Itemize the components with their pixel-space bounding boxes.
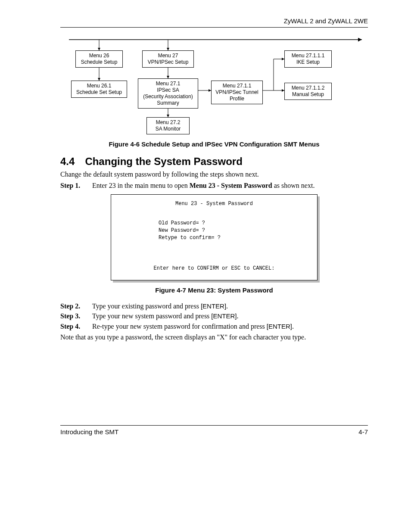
menu-flow-diagram: Menu 26 Schedule Setup Menu 26.1 Schedul… xyxy=(60,35,368,134)
footer-page-number: 4-7 xyxy=(358,428,368,436)
password-note: Note that as you type a password, the sc… xyxy=(60,333,368,342)
page-header-product: ZyWALL 2 and ZyWALL 2WE xyxy=(60,17,368,25)
terminal-screenshot: Menu 23 - System Password Old Password= … xyxy=(111,194,318,280)
box-menu-26-1: Menu 26.1 Schedule Set Setup xyxy=(71,81,127,98)
box-menu-27-1-1-2: Menu 27.1.1.2 Manual Setup xyxy=(284,83,332,100)
step-tail: . xyxy=(237,312,239,320)
box-line: Menu 26 xyxy=(78,53,120,59)
step-tail: . xyxy=(226,302,228,310)
key-enter: [ENTER] xyxy=(201,302,226,310)
box-line: Menu 26.1 xyxy=(74,83,124,89)
box-menu-27-1-1-1: Menu 27.1.1.1 IKE Setup xyxy=(284,50,332,68)
box-line: IKE Setup xyxy=(287,59,329,65)
step-label: Step 2. xyxy=(60,302,90,311)
step-text: Type your existing password and press xyxy=(92,302,201,310)
section-number: 4.4 xyxy=(60,156,75,167)
section-intro: Change the default system password by fo… xyxy=(60,170,368,179)
step-label: Step 3. xyxy=(60,311,90,321)
section-heading: 4.4Changing the System Password xyxy=(60,156,368,168)
box-line: Menu 27 xyxy=(145,53,191,59)
box-menu-26: Menu 26 Schedule Setup xyxy=(75,50,123,68)
box-line: VPN/IPSec Tunnel xyxy=(214,89,260,96)
terminal-retype: Retype to confirm= ? xyxy=(159,234,308,242)
terminal-confirm-line: Enter here to CONFIRM or ESC to CANCEL: xyxy=(120,265,308,271)
step-3: Step 3. Type your new system password an… xyxy=(60,311,368,321)
step-tail: . xyxy=(292,323,294,330)
figure-4-6-caption: Figure 4-6 Schedule Setup and IPSec VPN … xyxy=(60,140,368,148)
box-line: (Security Association) xyxy=(141,93,195,100)
box-line: Schedule Setup xyxy=(78,59,120,65)
box-line: Schedule Set Setup xyxy=(74,89,124,96)
box-line: IPSec SA xyxy=(141,87,195,93)
box-line: Menu 27.1.1.1 xyxy=(287,53,329,59)
box-line: Menu 27.2 xyxy=(149,119,187,126)
step-4: Step 4. Re-type your new system password… xyxy=(60,322,368,331)
box-line: VPN/IPSec Setup xyxy=(145,59,191,65)
terminal-old-password: Old Password= ? xyxy=(159,220,308,227)
terminal-title: Menu 23 - System Password xyxy=(120,201,308,207)
box-line: SA Monitor xyxy=(149,126,187,132)
step-text: Type your new system password and press xyxy=(92,312,212,320)
box-line: Menu 27.1.1 xyxy=(214,83,260,89)
box-menu-27-1: Menu 27.1 IPSec SA (Security Association… xyxy=(138,78,198,109)
step-text-tail: as shown next. xyxy=(272,182,315,189)
step-text: Enter 23 in the main menu to open xyxy=(92,182,190,189)
box-line: Manual Setup xyxy=(287,91,329,98)
step-label: Step 4. xyxy=(60,322,90,331)
box-menu-27: Menu 27 VPN/IPSec Setup xyxy=(142,50,194,68)
section-title: Changing the System Password xyxy=(85,156,242,167)
terminal-box: Menu 23 - System Password Old Password= … xyxy=(111,194,318,280)
box-menu-27-1-1: Menu 27.1.1 VPN/IPSec Tunnel Profile xyxy=(211,81,263,104)
terminal-new-password: New Password= ? xyxy=(159,227,308,234)
box-line: Summary xyxy=(141,100,195,106)
footer-rule xyxy=(60,425,368,426)
box-menu-27-2: Menu 27.2 SA Monitor xyxy=(146,117,190,134)
step-2: Step 2. Type your existing password and … xyxy=(60,302,368,311)
step-label: Step 1. xyxy=(60,181,90,190)
box-line: Menu 27.1 xyxy=(141,81,195,87)
step-bold: Menu 23 - System Password xyxy=(190,182,272,189)
header-rule xyxy=(60,27,368,28)
key-enter: [ENTER] xyxy=(211,312,237,320)
step-text: Re-type your new system password for con… xyxy=(92,323,267,330)
key-enter: [ENTER] xyxy=(267,323,292,330)
figure-4-7-caption: Figure 4-7 Menu 23: System Password xyxy=(60,286,368,294)
box-line: Profile xyxy=(214,96,260,102)
step-1: Step 1. Enter 23 in the main menu to ope… xyxy=(60,181,368,190)
footer-left: Introducing the SMT xyxy=(60,428,118,436)
box-line: Menu 27.1.1.2 xyxy=(287,85,329,91)
